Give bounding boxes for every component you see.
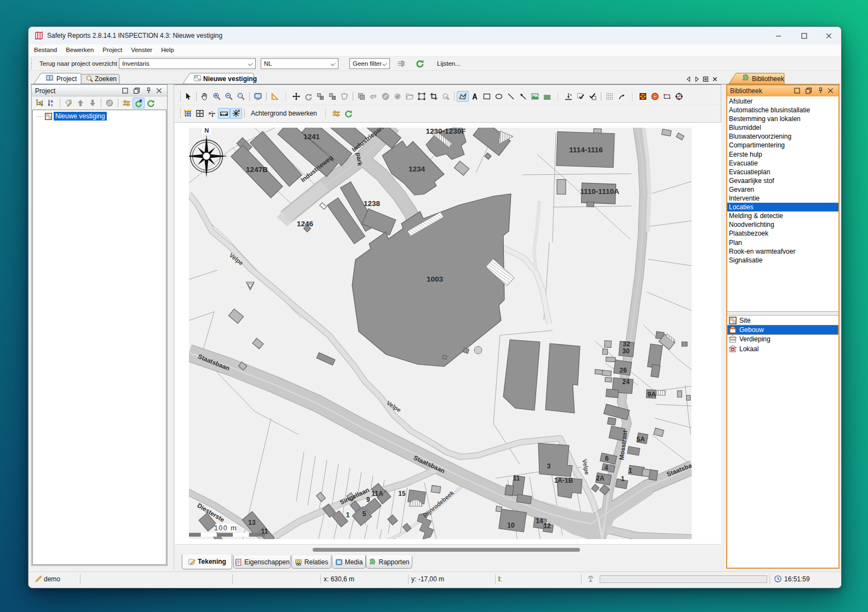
- close-tab-icon[interactable]: [709, 73, 721, 84]
- library-item[interactable]: Afsluiter: [727, 97, 838, 106]
- tool-zoom-in-icon[interactable]: [211, 91, 223, 102]
- tool-alpha-sort-icon[interactable]: [45, 98, 58, 108]
- tool-ellipse-outline-icon[interactable]: [493, 91, 505, 102]
- library-item[interactable]: Automatische blusinstallatie: [727, 106, 838, 115]
- tool-copy-gray-icon[interactable]: [355, 91, 367, 102]
- tool-ruler-ticks-icon[interactable]: [218, 108, 230, 119]
- tool-refresh-green2-icon[interactable]: [342, 108, 354, 119]
- menu-item-project[interactable]: Project: [98, 44, 127, 56]
- title-bar[interactable]: Safety Reports 2.8.14.1 INSPECTION 4.3: …: [28, 27, 841, 44]
- filter-funnel-icon[interactable]: [396, 59, 406, 68]
- tool-tree-sort-icon[interactable]: [33, 98, 45, 108]
- library-item[interactable]: Noodverlichting: [727, 220, 838, 229]
- tool-polyline-icon[interactable]: [457, 91, 469, 102]
- tool-arrow-down-gray-icon[interactable]: [87, 98, 99, 108]
- tool-loop-gray-icon[interactable]: [367, 91, 380, 102]
- level-item-lokaal[interactable]: Lokaal: [727, 344, 838, 353]
- tool-marquee-icon[interactable]: [416, 91, 428, 102]
- library-item[interactable]: Melding & detectie: [727, 211, 838, 220]
- tool-refresh-green2-icon[interactable]: [145, 98, 157, 108]
- library-item[interactable]: Bestemming van lokalen: [727, 115, 838, 123]
- tool-star-north-icon[interactable]: [230, 108, 242, 119]
- library-item[interactable]: Plan: [727, 238, 838, 247]
- menu-item-bewerken[interactable]: Bewerken: [61, 44, 98, 56]
- panel-pin-icon[interactable]: [145, 87, 153, 95]
- tool-legend-grid-icon[interactable]: [637, 91, 649, 102]
- lists-button[interactable]: Lijsten...: [437, 60, 461, 67]
- library-item[interactable]: Locaties: [727, 203, 838, 211]
- tool-compass-target-icon[interactable]: [673, 91, 685, 102]
- close-button[interactable]: [820, 30, 837, 42]
- panel-maximize-icon[interactable]: [121, 87, 130, 95]
- library-item[interactable]: Compartimentering: [727, 141, 838, 150]
- tool-table-green-icon[interactable]: [541, 91, 553, 102]
- tab-project-label[interactable]: Project: [56, 75, 77, 83]
- library-item[interactable]: Plaatsbezoek: [727, 229, 838, 238]
- tool-jump-arrow-icon[interactable]: [616, 91, 628, 102]
- tree-item-nieuwe-vestiging[interactable]: Nieuwe vestiging: [36, 112, 107, 121]
- tab-nieuwe-vestiging-label[interactable]: Nieuwe vestiging: [203, 75, 257, 83]
- library-item[interactable]: Interventie: [727, 194, 838, 203]
- horizontal-scrollbar[interactable]: [175, 544, 721, 554]
- bottom-tab-tekening[interactable]: Tekening: [182, 554, 232, 569]
- back-to-project-button[interactable]: Terug naar project overzicht: [39, 60, 117, 67]
- refresh-icon[interactable]: [415, 59, 425, 68]
- library-item[interactable]: Bluswatervoorziening: [727, 132, 838, 141]
- tool-dotted-grid-icon[interactable]: [603, 91, 616, 102]
- toolbar-grip[interactable]: [180, 91, 181, 102]
- tool-rect-outline-icon[interactable]: [481, 91, 493, 102]
- tool-refresh-plus-green-icon[interactable]: [133, 98, 145, 108]
- tool-donut-orange-icon[interactable]: [649, 91, 661, 102]
- bottom-tab-eigenschappen[interactable]: Eigenschappen: [233, 556, 291, 569]
- tool-image-photo-icon[interactable]: [529, 91, 541, 102]
- maximize-button[interactable]: [796, 30, 812, 42]
- tool-set-square-icon[interactable]: [269, 91, 281, 102]
- tool-move-cross-icon[interactable]: [290, 91, 302, 102]
- background-edit-button[interactable]: Achtergrond bewerken: [247, 108, 321, 119]
- tool-block-gray-icon[interactable]: [104, 98, 116, 108]
- minimize-button[interactable]: [770, 30, 786, 42]
- level-item-site[interactable]: Site: [727, 316, 838, 325]
- menu-item-help[interactable]: Help: [157, 44, 179, 56]
- library-item[interactable]: Gevaarlijke stof: [727, 176, 838, 185]
- tool-zoom-icon[interactable]: [235, 91, 247, 102]
- panel-restore-icon[interactable]: [133, 87, 141, 95]
- language-combobox[interactable]: NL: [261, 58, 338, 69]
- tool-check-square-icon[interactable]: [587, 91, 599, 102]
- map-canvas[interactable]: N100 mIndustriewegIndustrieparkparkStaat…: [175, 122, 721, 544]
- map-image[interactable]: N100 mIndustriewegIndustrieparkparkStaat…: [189, 128, 692, 539]
- toolbar-grip[interactable]: [180, 107, 181, 118]
- bottom-tab-relaties[interactable]: Relaties: [291, 556, 331, 569]
- bottom-tab-rapporten[interactable]: Rapporten: [366, 556, 412, 569]
- filter-combobox[interactable]: Geen filter: [349, 58, 390, 69]
- tool-crop-icon[interactable]: [428, 91, 440, 102]
- level-item-verdieping[interactable]: Verdieping: [727, 335, 838, 344]
- panel-close-icon[interactable]: [826, 87, 835, 95]
- tool-grid-blue-icon[interactable]: [182, 108, 194, 119]
- tool-arrow-line-icon[interactable]: [517, 91, 529, 102]
- tool-rotate-gray-icon[interactable]: [302, 91, 314, 102]
- tool-block-gray-icon[interactable]: [380, 91, 392, 102]
- tool-monitor-icon[interactable]: [252, 91, 264, 102]
- tool-check-gray-icon[interactable]: [392, 91, 404, 102]
- level-item-gebouw[interactable]: Gebouw: [727, 325, 838, 334]
- tool-order-front-icon[interactable]: [326, 91, 338, 102]
- tab-bibliotheek-label[interactable]: Bibliotheek: [752, 75, 784, 83]
- tool-zoom-out-icon[interactable]: [223, 91, 235, 102]
- tool-swap-orange-icon[interactable]: [120, 98, 133, 108]
- library-item[interactable]: Evacuatieplan: [727, 168, 838, 176]
- panel-splitter[interactable]: [727, 312, 838, 316]
- level-list[interactable]: SiteGebouwVerdiepingLokaal: [727, 316, 838, 568]
- tool-fit-rect-icon[interactable]: [194, 108, 206, 119]
- project-tree[interactable]: Nieuwe vestiging: [32, 110, 166, 565]
- scrollbar-thumb[interactable]: [313, 548, 580, 552]
- tool-snap-line-icon[interactable]: [562, 91, 574, 102]
- menu-item-venster[interactable]: Venster: [127, 44, 157, 56]
- tool-dotted-check-icon[interactable]: [574, 91, 587, 102]
- library-item[interactable]: Signalisatie: [727, 256, 838, 265]
- library-item[interactable]: Rook-en warmteafvoer: [727, 247, 838, 256]
- tool-polygon-gray-icon[interactable]: [338, 91, 350, 102]
- bottom-tab-media[interactable]: Media: [332, 556, 366, 569]
- tool-order-back-icon[interactable]: [314, 91, 326, 102]
- tree-item-label[interactable]: Nieuwe vestiging: [54, 112, 107, 121]
